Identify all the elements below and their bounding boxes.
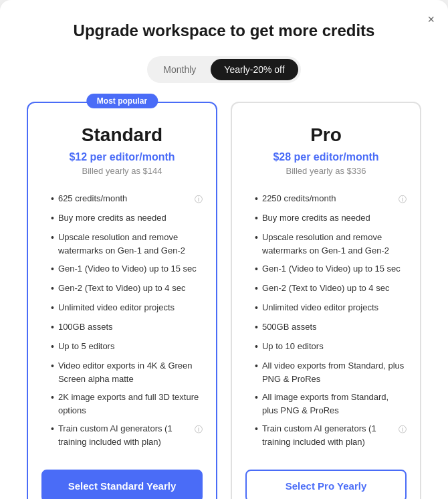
feature-item: Up to 5 editors	[41, 337, 203, 357]
feature-item: Up to 10 editors	[245, 337, 407, 357]
feature-text: Upscale resolution and remove watermarks…	[262, 231, 407, 257]
plan-name: Standard	[41, 124, 203, 146]
feature-item: Unlimited video editor projects	[41, 298, 203, 318]
feature-item: Gen-1 (Video to Video) up to 15 sec	[41, 260, 203, 279]
close-button[interactable]: ×	[425, 11, 437, 28]
feature-text: Buy more credits as needed	[262, 211, 407, 225]
feature-item: Upscale resolution and remove watermarks…	[41, 228, 203, 260]
feature-text: Gen-2 (Text to Video) up to 4 sec	[262, 282, 407, 295]
feature-text: Video editor exports in 4K & Green Scree…	[58, 359, 203, 385]
feature-text: All image exports from Standard, plus PN…	[262, 391, 407, 417]
plan-billing: Billed yearly as $336	[245, 166, 407, 176]
feature-text: Gen-1 (Video to Video) up to 15 sec	[58, 262, 203, 276]
feature-text: Gen-2 (Text to Video) up to 4 sec	[58, 282, 203, 295]
feature-item: Train custom AI generators (1 training i…	[245, 419, 407, 451]
feature-item: Video editor exports in 4K & Green Scree…	[41, 357, 203, 388]
feature-item: 2K image exports and full 3D texture opt…	[41, 388, 203, 419]
feature-text: 625 credits/month	[58, 192, 191, 205]
toggle-pill: Monthly Yearly-20% off	[147, 56, 300, 83]
upgrade-modal: × Upgrade workspace to get more credits …	[0, 0, 448, 499]
feature-item: Upscale resolution and remove watermarks…	[245, 228, 407, 260]
feature-text: All video exports from Standard, plus PN…	[262, 359, 407, 385]
plan-price: $12 per editor/month	[41, 151, 203, 163]
feature-item: 100GB assets	[41, 318, 203, 337]
feature-info-icon: ⓘ	[399, 193, 407, 205]
feature-item: Buy more credits as needed	[245, 209, 407, 228]
feature-text: 500GB assets	[262, 320, 407, 334]
feature-item: 625 credits/month ⓘ	[41, 189, 203, 209]
feature-item: All video exports from Standard, plus PN…	[245, 357, 407, 388]
plan-billing: Billed yearly as $144	[41, 166, 203, 176]
feature-item: Gen-2 (Text to Video) up to 4 sec	[41, 279, 203, 298]
select-standard-button[interactable]: Select Standard Yearly	[41, 470, 203, 499]
feature-item: Buy more credits as needed	[41, 209, 203, 228]
feature-text: Up to 10 editors	[262, 340, 407, 353]
feature-text: Train custom AI generators (1 training i…	[58, 422, 191, 448]
features-list: 625 credits/month ⓘ Buy more credits as …	[41, 189, 203, 451]
feature-item: Gen-2 (Text to Video) up to 4 sec	[245, 279, 407, 298]
feature-text: 2K image exports and full 3D texture opt…	[58, 391, 203, 417]
feature-info-icon: ⓘ	[399, 423, 407, 435]
feature-text: Unlimited video editor projects	[262, 301, 407, 314]
feature-text: Upscale resolution and remove watermarks…	[58, 231, 203, 257]
plan-price: $28 per editor/month	[245, 151, 407, 163]
plan-card-standard: Most popular Standard $12 per editor/mon…	[27, 102, 217, 499]
plan-name: Pro	[245, 124, 407, 146]
feature-item: 500GB assets	[245, 318, 407, 337]
features-list: 2250 credits/month ⓘ Buy more credits as…	[245, 189, 407, 451]
feature-info-icon: ⓘ	[195, 193, 203, 205]
yearly-toggle[interactable]: Yearly-20% off	[211, 59, 298, 80]
feature-item: 2250 credits/month ⓘ	[245, 189, 407, 209]
feature-text: Unlimited video editor projects	[58, 301, 203, 314]
feature-info-icon: ⓘ	[195, 423, 203, 435]
plans-container: Most popular Standard $12 per editor/mon…	[27, 102, 421, 499]
monthly-toggle[interactable]: Monthly	[150, 59, 209, 80]
feature-item: Unlimited video editor projects	[245, 298, 407, 318]
billing-toggle: Monthly Yearly-20% off	[27, 56, 421, 83]
popular-badge: Most popular	[86, 94, 158, 108]
plan-card-pro: Pro $28 per editor/month Billed yearly a…	[231, 102, 421, 499]
feature-text: 100GB assets	[58, 320, 203, 334]
feature-item: All image exports from Standard, plus PN…	[245, 388, 407, 419]
feature-text: 2250 credits/month	[262, 192, 395, 205]
select-pro-button[interactable]: Select Pro Yearly	[245, 470, 407, 499]
feature-text: Up to 5 editors	[58, 340, 203, 353]
feature-item: Gen-1 (Video to Video) up to 15 sec	[245, 260, 407, 279]
modal-title: Upgrade workspace to get more credits	[27, 21, 421, 40]
feature-text: Buy more credits as needed	[58, 211, 203, 225]
feature-item: Train custom AI generators (1 training i…	[41, 419, 203, 451]
feature-text: Gen-1 (Video to Video) up to 15 sec	[262, 262, 407, 276]
feature-text: Train custom AI generators (1 training i…	[262, 422, 395, 448]
